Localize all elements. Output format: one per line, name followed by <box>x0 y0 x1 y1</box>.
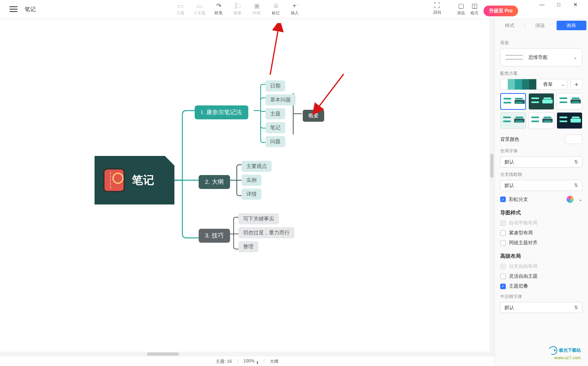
window-minimize[interactable]: — <box>534 2 550 10</box>
rainbow-label: 彩虹分支 <box>509 196 528 203</box>
chevron-down-icon: ⌄ <box>578 197 582 202</box>
scheme-section-label: 配色方案 <box>500 70 582 76</box>
summary-node[interactable]: 概要 <box>303 110 324 122</box>
skeleton-select[interactable]: 思维导图 ⌄ <box>500 48 582 66</box>
canvas-scrollbar-horizontal[interactable] <box>0 352 489 356</box>
auto-balance-checkbox <box>500 220 506 226</box>
status-bar: 主题: 16 100% ▴▾ 大纲 <box>0 356 494 366</box>
free-topic-checkbox[interactable] <box>500 274 506 279</box>
rainbow-icon <box>567 196 574 203</box>
upgrade-pro-button[interactable]: 升级至 Pro <box>484 6 518 16</box>
branch-line-select[interactable]: 默认⇅ <box>500 180 582 191</box>
root-topic-label: 笔记 <box>132 173 154 188</box>
theme-thumb-5[interactable] <box>528 112 554 129</box>
status-mode[interactable]: 大纲 <box>270 358 279 364</box>
svg-line-0 <box>270 25 279 75</box>
toolbar-marker[interactable]: ☆ 标记 <box>266 2 285 16</box>
global-font-label: 全局字体 <box>500 148 582 154</box>
root-topic[interactable]: 笔记 <box>95 156 174 204</box>
align-siblings-checkbox[interactable] <box>500 240 506 246</box>
format-panel: 样式 演说 画布 骨架 思维导图 ⌄ 配色方案 香草 ⌄ ＋ <box>494 19 588 366</box>
add-scheme-button[interactable]: ＋ <box>571 79 582 90</box>
leaf-b2-0[interactable]: 主要观点 <box>242 161 272 172</box>
hamburger-menu[interactable] <box>10 6 17 12</box>
leaf-b3-1[interactable]: 切勿过度，量力而行 <box>238 227 294 238</box>
status-topic-count: 主题: 16 <box>216 358 232 364</box>
leaf-b2-1[interactable]: 实例 <box>242 175 261 186</box>
subtopic-icon: ▭ <box>190 2 209 10</box>
leaf-b1-1[interactable]: 基本问题 <box>265 94 296 105</box>
branch-1[interactable]: I. 康奈尔笔记法 <box>195 105 248 119</box>
free-branch-checkbox <box>500 264 506 269</box>
annotation-arrow-top <box>262 23 286 79</box>
star-icon: ☆ <box>266 2 285 10</box>
overlap-checkbox[interactable]: ✓ <box>500 284 506 289</box>
window-close[interactable]: ✕ <box>567 2 583 10</box>
watermark-icon <box>547 345 559 356</box>
relation-icon: ↷ <box>209 2 228 10</box>
leaf-b3-0[interactable]: 写下关键事实 <box>238 213 279 224</box>
global-font-select[interactable]: 默认⇅ <box>500 156 582 167</box>
toolbar-insert[interactable]: ＋ˇ 插入 <box>285 2 304 16</box>
boundary-icon: ▣ <box>247 2 266 10</box>
skeleton-section-label: 骨架 <box>500 40 582 46</box>
cjk-font-select[interactable]: 默认⇅ <box>500 302 582 313</box>
branch-2[interactable]: 2. 大纲 <box>199 175 230 189</box>
toolbar-zen[interactable]: ⛶ ZEN <box>429 2 445 16</box>
rainbow-checkbox[interactable]: ✓ <box>500 197 506 202</box>
title-bar: 笔记 ▭ 主题 ▭ 子主题 ↷ 联系 ]□ 概要 ▣ 外框 ☆ 标记 ＋ˇ 插入 <box>0 0 588 19</box>
advanced-head: 高级布局 <box>500 253 582 260</box>
branch-1-label: I. 康奈尔笔记法 <box>201 109 242 115</box>
map-style-head: 导图样式 <box>500 209 582 216</box>
format-panel-icon: ◫ <box>465 2 484 10</box>
bg-color-swatch[interactable] <box>565 134 582 144</box>
skeleton-icon <box>505 53 523 62</box>
summary-icon: ]□ <box>228 2 247 10</box>
stepper-icon: ⇅ <box>574 183 578 188</box>
leaf-b1-3[interactable]: 笔记 <box>265 122 285 133</box>
zen-icon: ⛶ <box>429 2 445 10</box>
theme-thumb-1[interactable] <box>500 93 526 110</box>
scheme-value: 香草 <box>536 81 559 88</box>
skeleton-value: 思维导图 <box>528 54 547 61</box>
mindmap-canvas[interactable]: 笔记 I. 康奈尔笔记法 日期 基本问题 主题 笔记 问题 概要 2. 大纲 主… <box>0 19 494 356</box>
chevron-down-icon: ⌄ <box>559 82 567 87</box>
chevron-down-icon: ⌄ <box>573 55 577 60</box>
theme-thumb-3[interactable] <box>557 93 582 110</box>
branch-3[interactable]: 3. 技巧 <box>199 229 230 243</box>
branch-line-label: 分支线粗细 <box>500 171 582 177</box>
theme-grid <box>500 93 582 129</box>
panel-tab-style[interactable]: 样式 <box>495 19 524 32</box>
canvas-scrollbar-vertical[interactable] <box>489 19 494 356</box>
leaf-b2-2[interactable]: 详情 <box>242 189 261 200</box>
toolbar-summary[interactable]: ]□ 概要 <box>228 2 247 16</box>
notebook-icon <box>103 168 125 192</box>
toolbar-main-topic[interactable]: ▭ 主题 <box>171 2 190 16</box>
topic-icon: ▭ <box>171 2 190 10</box>
connector-lines <box>0 19 494 356</box>
panel-tab-canvas[interactable]: 画布 <box>557 21 586 30</box>
color-scheme-select[interactable]: 香草 ⌄ <box>500 79 567 90</box>
theme-thumb-4[interactable] <box>500 112 526 129</box>
window-maximize[interactable]: □ <box>551 2 567 10</box>
leaf-b3-2[interactable]: 整理 <box>238 241 258 252</box>
toolbar-relation[interactable]: ↷ 联系 <box>209 2 228 16</box>
toolbar-format[interactable]: ◫ 格式 <box>465 2 484 16</box>
bg-color-label: 背景颜色 <box>500 136 519 143</box>
stepper-icon: ⇅ <box>574 305 578 310</box>
leaf-b1-2[interactable]: 主题 <box>265 108 285 119</box>
leaf-b1-4[interactable]: 问题 <box>265 136 285 147</box>
stepper-icon: ▴▾ <box>257 360 258 364</box>
theme-thumb-6[interactable] <box>557 112 582 129</box>
compact-checkbox[interactable] <box>500 230 506 236</box>
panel-tab-pitch[interactable]: 演说 <box>525 19 555 32</box>
toolbar-sub-topic[interactable]: ▭ 子主题 <box>190 2 209 16</box>
status-zoom[interactable]: 100% ▴▾ <box>244 358 258 364</box>
branch-2-label: 2. 大纲 <box>205 178 224 185</box>
leaf-b1-0[interactable]: 日期 <box>265 80 285 92</box>
toolbar-boundary[interactable]: ▣ 外框 <box>247 2 266 16</box>
document-title: 笔记 <box>25 6 36 13</box>
stepper-icon: ⇅ <box>574 159 578 165</box>
theme-thumb-2[interactable] <box>528 93 554 110</box>
cjk-font-label: 中日韩字体 <box>500 294 582 300</box>
